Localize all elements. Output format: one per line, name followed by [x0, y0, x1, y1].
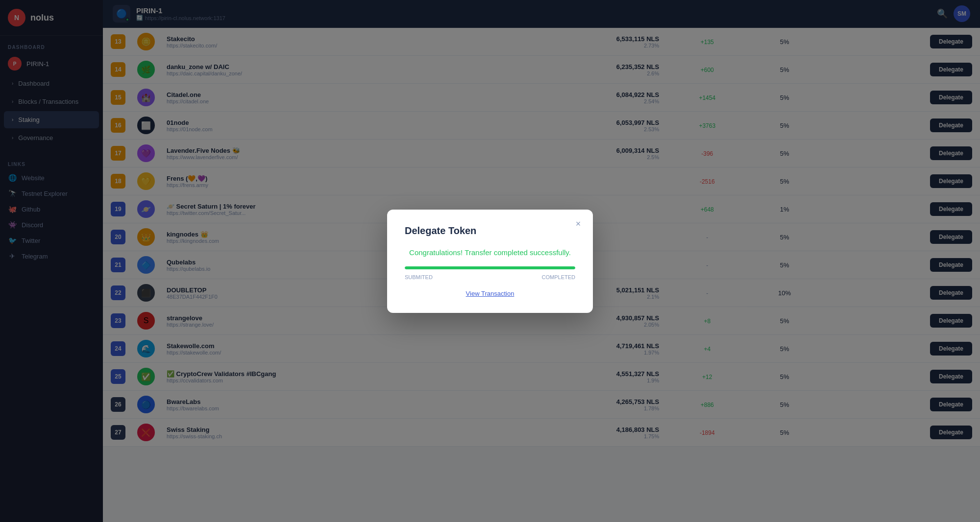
progress-bar-fill — [405, 266, 575, 269]
progress-labels: SUBMITED COMPLETED — [405, 274, 575, 280]
success-message: Congratulations! Transfer completed succ… — [405, 248, 575, 257]
label-submitted: SUBMITED — [405, 274, 433, 280]
modal-close-button[interactable]: × — [571, 217, 585, 231]
label-completed: COMPLETED — [542, 274, 575, 280]
progress-bar-container — [405, 266, 575, 269]
modal-overlay[interactable]: Delegate Token × Congratulations! Transf… — [0, 0, 980, 522]
view-transaction-link[interactable]: View Transaction — [405, 290, 575, 297]
modal-title: Delegate Token — [405, 225, 575, 237]
delegate-token-modal: Delegate Token × Congratulations! Transf… — [387, 210, 593, 313]
